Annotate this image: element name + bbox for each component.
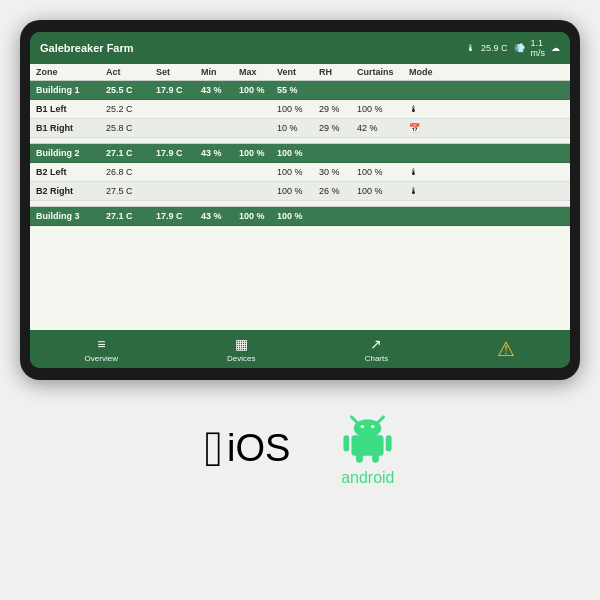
header-stats: 🌡 25.9 C 💨 1.1 m/s ☁ [466,38,560,58]
android-group: android [340,410,395,487]
wind-icon: 💨 [514,43,525,53]
svg-rect-7 [386,435,392,451]
header-bar: Galebreaker Farm 🌡 25.9 C 💨 1.1 m/s ☁ [30,32,570,64]
zone-row: B1 Left 25.2 C 100 % 29 % 100 % 🌡 [30,100,570,119]
charts-icon: ↗ [370,336,382,352]
building-act: 25.5 C [106,85,156,95]
col-mode: Mode [409,67,449,77]
zone-act: 25.2 C [106,104,156,114]
cloud-icon: ☁ [551,43,560,53]
zone-name: B1 Left [36,104,106,114]
zone-rh: 29 % [319,104,357,114]
svg-rect-5 [352,435,384,456]
col-zone: Zone [36,67,106,77]
building-name: Building 2 [36,148,106,158]
zone-mode-icon: 📅 [409,123,449,133]
col-vent: Vent [277,67,319,77]
tablet-screen: Galebreaker Farm 🌡 25.9 C 💨 1.1 m/s ☁ Zo… [30,32,570,368]
zone-act: 25.8 C [106,123,156,133]
tablet-device: Galebreaker Farm 🌡 25.9 C 💨 1.1 m/s ☁ Zo… [20,20,580,380]
zone-curtains: 42 % [357,123,409,133]
building-max: 100 % [239,148,277,158]
svg-point-4 [371,425,374,428]
devices-icon: ▦ [235,336,248,352]
apple-ios-group:  iOS [205,424,291,474]
zone-rh: 29 % [319,123,357,133]
nav-devices-label: Devices [227,354,255,363]
col-min: Min [201,67,239,77]
zone-name: B1 Right [36,123,106,133]
zone-curtains: 100 % [357,167,409,177]
building-min: 43 % [201,85,239,95]
zone-mode-icon: 🌡 [409,186,449,196]
logos-section:  iOS android [0,410,600,487]
farm-title: Galebreaker Farm [40,42,134,54]
apple-icon:  [205,424,223,474]
building-max: 100 % [239,85,277,95]
building-vent: 100 % [277,148,319,158]
bottom-nav: ≡ Overview ▦ Devices ↗ Charts ⚠ [30,330,570,368]
nav-overview[interactable]: ≡ Overview [85,336,118,363]
ios-label: iOS [227,427,290,470]
nav-warning[interactable]: ⚠ [497,337,515,361]
svg-rect-8 [356,454,363,463]
warning-icon: ⚠ [497,337,515,361]
zone-name: B2 Left [36,167,106,177]
svg-point-3 [361,425,364,428]
building-min: 43 % [201,148,239,158]
building-max: 100 % [239,211,277,221]
zone-row: B1 Right 25.8 C 10 % 29 % 42 % 📅 [30,119,570,138]
col-set: Set [156,67,201,77]
overview-icon: ≡ [97,336,105,352]
col-max: Max [239,67,277,77]
zone-row: B2 Left 26.8 C 100 % 30 % 100 % 🌡 [30,163,570,182]
building-act: 27.1 C [106,211,156,221]
col-rh: RH [319,67,357,77]
android-label: android [341,469,394,487]
zone-act: 26.8 C [106,167,156,177]
zone-vent: 100 % [277,186,319,196]
zone-act: 27.5 C [106,186,156,196]
zone-curtains: 100 % [357,104,409,114]
building-min: 43 % [201,211,239,221]
building-act: 27.1 C [106,148,156,158]
svg-point-2 [354,419,382,437]
zone-row: B2 Right 27.5 C 100 % 26 % 100 % 🌡 [30,182,570,201]
zone-mode-icon: 🌡 [409,104,449,114]
building-vent: 100 % [277,211,319,221]
nav-charts-label: Charts [365,354,389,363]
table-header-row: Zone Act Set Min Max Vent RH Curtains Mo… [30,64,570,81]
col-curtains: Curtains [357,67,409,77]
wind-value: 1.1 m/s [531,38,546,58]
svg-rect-6 [344,435,350,451]
zone-curtains: 100 % [357,186,409,196]
building-vent: 55 % [277,85,319,95]
zone-vent: 100 % [277,104,319,114]
nav-overview-label: Overview [85,354,118,363]
building-set: 17.9 C [156,85,201,95]
zone-name: B2 Right [36,186,106,196]
building-set: 17.9 C [156,148,201,158]
building-name: Building 3 [36,211,106,221]
zone-rh: 30 % [319,167,357,177]
building-row: Building 2 27.1 C 17.9 C 43 % 100 % 100 … [30,144,570,163]
zone-vent: 10 % [277,123,319,133]
zone-mode-icon: 🌡 [409,167,449,177]
nav-devices[interactable]: ▦ Devices [227,336,255,363]
svg-rect-9 [372,454,379,463]
zone-vent: 100 % [277,167,319,177]
zone-rh: 26 % [319,186,357,196]
building-set: 17.9 C [156,211,201,221]
temp-value: 25.9 C [481,43,508,53]
data-table: Zone Act Set Min Max Vent RH Curtains Mo… [30,64,570,330]
android-robot-icon [340,410,395,465]
building-name: Building 1 [36,85,106,95]
building-row: Building 3 27.1 C 17.9 C 43 % 100 % 100 … [30,207,570,226]
building-row: Building 1 25.5 C 17.9 C 43 % 100 % 55 % [30,81,570,100]
col-act: Act [106,67,156,77]
nav-charts[interactable]: ↗ Charts [365,336,389,363]
thermometer-icon: 🌡 [466,43,475,53]
